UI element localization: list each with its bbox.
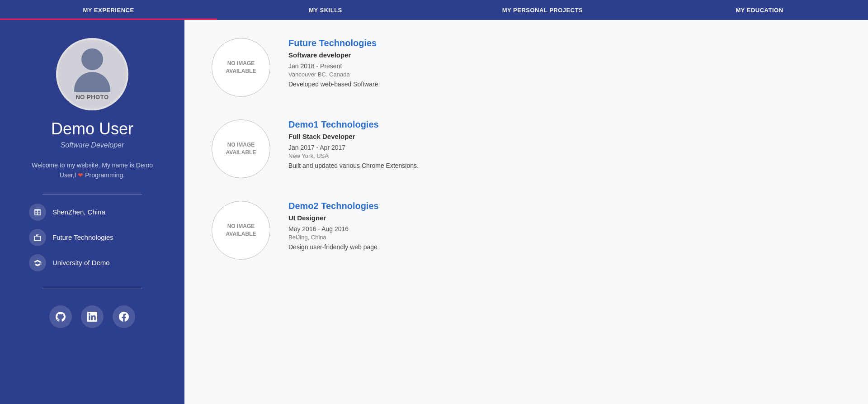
github-link[interactable] <box>49 305 72 328</box>
divider-2 <box>42 289 142 289</box>
university-item: University of Demo <box>29 254 156 271</box>
avatar: NO PHOTO <box>56 38 128 110</box>
main-layout: NO PHOTO Demo User Software Developer We… <box>0 20 868 404</box>
graduation-icon <box>33 259 42 267</box>
experience-details-3: Demo2 Technologies UI Designer May 2016 … <box>288 201 841 251</box>
company-name-1: Future Technologies <box>288 38 841 48</box>
sidebar: NO PHOTO Demo User Software Developer We… <box>0 20 184 404</box>
github-icon <box>56 312 66 322</box>
job-location-1: Vancouver BC. Canada <box>288 71 841 78</box>
experience-item-3: NO IMAGE AVAILABLE Demo2 Technologies UI… <box>212 201 841 260</box>
job-role-2: Full Stack Developer <box>288 133 841 140</box>
location-text: ShenZhen, China <box>52 208 105 216</box>
user-bio: Welcome to my website. My name is Demo U… <box>29 160 156 181</box>
university-text: University of Demo <box>52 259 110 266</box>
user-title: Software Developer <box>61 141 124 149</box>
info-list: ShenZhen, China Future Technologies <box>29 204 156 280</box>
social-links <box>49 305 135 328</box>
nav-my-education[interactable]: MY EDUCATION <box>651 0 868 20</box>
company-logo-2: NO IMAGE AVAILABLE <box>212 119 270 178</box>
job-location-3: BeiJing, China <box>288 234 841 241</box>
briefcase-icon <box>33 233 42 242</box>
location-item: ShenZhen, China <box>29 204 156 221</box>
avatar-icon <box>74 48 110 92</box>
company-logo-3: NO IMAGE AVAILABLE <box>212 201 270 260</box>
nav-my-experience[interactable]: MY EXPERIENCE <box>0 0 217 20</box>
divider-1 <box>42 194 142 195</box>
facebook-icon <box>119 312 129 322</box>
company-name-3: Demo2 Technologies <box>288 201 841 211</box>
linkedin-link[interactable] <box>81 305 104 328</box>
job-role-1: Software developer <box>288 51 841 59</box>
nav-my-personal-projects[interactable]: MY PERSONAL PROJECTS <box>434 0 651 20</box>
experience-details-1: Future Technologies Software developer J… <box>288 38 841 88</box>
user-name: Demo User <box>51 119 133 138</box>
linkedin-icon <box>87 312 97 322</box>
company-item: Future Technologies <box>29 229 156 246</box>
location-icon-circle <box>29 204 46 221</box>
content-area: NO IMAGE AVAILABLE Future Technologies S… <box>184 20 868 404</box>
job-description-1: Developed web-based Software. <box>288 81 841 88</box>
job-role-3: UI Designer <box>288 214 841 222</box>
company-icon-circle <box>29 229 46 246</box>
company-text: Future Technologies <box>52 233 113 241</box>
avatar-body <box>74 72 110 92</box>
experience-item-1: NO IMAGE AVAILABLE Future Technologies S… <box>212 38 841 97</box>
job-description-3: Design user-fridendly web page <box>288 243 841 251</box>
avatar-head <box>81 48 103 70</box>
job-dates-2: Jan 2017 - Apr 2017 <box>288 144 841 151</box>
building-icon <box>33 208 42 216</box>
company-name-2: Demo1 Technologies <box>288 119 841 130</box>
job-location-2: New York, USA <box>288 152 841 159</box>
heart-icon: ❤ <box>78 171 83 179</box>
top-navigation: MY EXPERIENCE MY SKILLS MY PERSONAL PROJ… <box>0 0 868 20</box>
job-description-2: Built and updated various Chrome Extensi… <box>288 162 841 169</box>
no-photo-label: NO PHOTO <box>75 94 108 100</box>
company-logo-1: NO IMAGE AVAILABLE <box>212 38 270 97</box>
job-dates-3: May 2016 - Aug 2016 <box>288 225 841 233</box>
job-dates-1: Jan 2018 - Present <box>288 62 841 70</box>
facebook-link[interactable] <box>113 305 135 328</box>
experience-item-2: NO IMAGE AVAILABLE Demo1 Technologies Fu… <box>212 119 841 178</box>
nav-my-skills[interactable]: MY SKILLS <box>217 0 434 20</box>
experience-details-2: Demo1 Technologies Full Stack Developer … <box>288 119 841 169</box>
university-icon-circle <box>29 254 46 271</box>
